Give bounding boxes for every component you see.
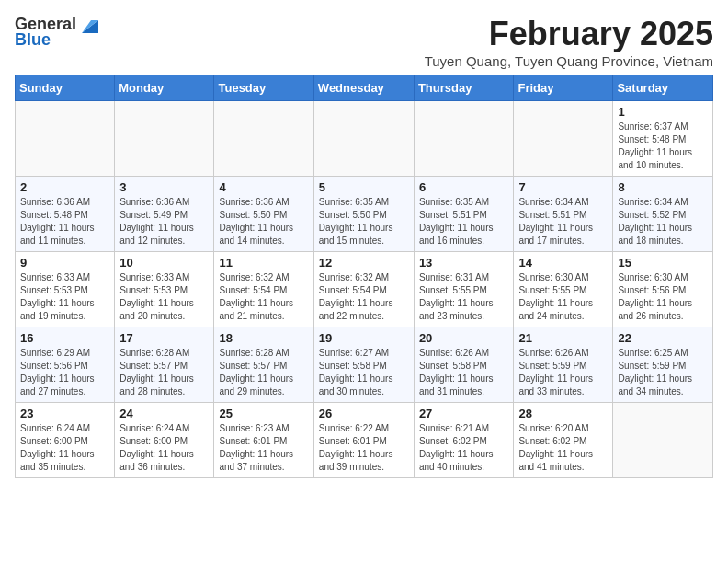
calendar-table: SundayMondayTuesdayWednesdayThursdayFrid… [15, 75, 713, 478]
logo-blue-text: Blue [15, 30, 51, 50]
calendar-cell: 11Sunrise: 6:32 AM Sunset: 5:54 PM Dayli… [214, 252, 313, 327]
day-number: 15 [618, 256, 708, 270]
day-number: 18 [219, 331, 308, 345]
calendar-cell: 27Sunrise: 6:21 AM Sunset: 6:02 PM Dayli… [414, 403, 514, 478]
day-detail: Sunrise: 6:29 AM Sunset: 5:56 PM Dayligh… [20, 347, 109, 398]
calendar-cell [514, 101, 613, 177]
calendar-cell: 20Sunrise: 6:26 AM Sunset: 5:58 PM Dayli… [414, 327, 514, 403]
calendar-cell [613, 403, 713, 478]
day-number: 25 [219, 407, 308, 420]
calendar-cell: 10Sunrise: 6:33 AM Sunset: 5:53 PM Dayli… [115, 252, 214, 327]
day-number: 4 [219, 180, 308, 194]
day-detail: Sunrise: 6:36 AM Sunset: 5:49 PM Dayligh… [119, 196, 209, 247]
day-detail: Sunrise: 6:35 AM Sunset: 5:51 PM Dayligh… [419, 196, 509, 247]
day-detail: Sunrise: 6:36 AM Sunset: 5:48 PM Dayligh… [20, 196, 109, 247]
weekday-header-monday: Monday [115, 75, 214, 101]
day-detail: Sunrise: 6:32 AM Sunset: 5:54 PM Dayligh… [219, 271, 308, 323]
day-number: 22 [618, 331, 708, 345]
day-number: 10 [119, 256, 209, 270]
day-number: 23 [20, 407, 109, 420]
day-detail: Sunrise: 6:32 AM Sunset: 5:54 PM Dayligh… [319, 271, 409, 323]
day-detail: Sunrise: 6:35 AM Sunset: 5:50 PM Dayligh… [319, 196, 409, 247]
day-detail: Sunrise: 6:30 AM Sunset: 5:56 PM Dayligh… [618, 271, 708, 323]
day-detail: Sunrise: 6:36 AM Sunset: 5:50 PM Dayligh… [219, 196, 308, 247]
day-detail: Sunrise: 6:24 AM Sunset: 6:00 PM Dayligh… [20, 422, 109, 474]
day-number: 7 [518, 180, 608, 194]
calendar-cell: 3Sunrise: 6:36 AM Sunset: 5:49 PM Daylig… [115, 177, 214, 252]
day-detail: Sunrise: 6:33 AM Sunset: 5:53 PM Dayligh… [20, 271, 109, 323]
day-detail: Sunrise: 6:24 AM Sunset: 6:00 PM Dayligh… [119, 422, 209, 474]
weekday-header-thursday: Thursday [414, 75, 514, 101]
day-number: 12 [319, 256, 409, 270]
logo-icon [78, 17, 98, 33]
calendar-cell [414, 101, 514, 177]
day-detail: Sunrise: 6:34 AM Sunset: 5:52 PM Dayligh… [618, 196, 708, 247]
calendar-cell [115, 101, 214, 177]
calendar-cell: 8Sunrise: 6:34 AM Sunset: 5:52 PM Daylig… [613, 177, 713, 252]
calendar-cell: 23Sunrise: 6:24 AM Sunset: 6:00 PM Dayli… [16, 403, 115, 478]
day-number: 16 [20, 331, 109, 345]
day-number: 20 [419, 331, 509, 345]
day-number: 28 [518, 407, 608, 420]
day-detail: Sunrise: 6:21 AM Sunset: 6:02 PM Dayligh… [419, 422, 509, 474]
calendar-cell: 18Sunrise: 6:28 AM Sunset: 5:57 PM Dayli… [214, 327, 313, 403]
day-detail: Sunrise: 6:23 AM Sunset: 6:01 PM Dayligh… [219, 422, 308, 474]
calendar-cell: 28Sunrise: 6:20 AM Sunset: 6:02 PM Dayli… [514, 403, 613, 478]
day-detail: Sunrise: 6:20 AM Sunset: 6:02 PM Dayligh… [518, 422, 608, 474]
day-detail: Sunrise: 6:34 AM Sunset: 5:51 PM Dayligh… [518, 196, 608, 247]
day-number: 17 [119, 331, 209, 345]
day-number: 1 [618, 105, 708, 119]
day-number: 5 [319, 180, 409, 194]
day-number: 2 [20, 180, 109, 194]
day-detail: Sunrise: 6:31 AM Sunset: 5:55 PM Dayligh… [419, 271, 509, 323]
day-detail: Sunrise: 6:25 AM Sunset: 5:59 PM Dayligh… [618, 347, 708, 398]
day-number: 21 [518, 331, 608, 345]
weekday-header-saturday: Saturday [613, 75, 713, 101]
day-detail: Sunrise: 6:30 AM Sunset: 5:55 PM Dayligh… [518, 271, 608, 323]
location-title: Tuyen Quang, Tuyen Quang Province, Vietn… [425, 53, 713, 69]
calendar-cell: 2Sunrise: 6:36 AM Sunset: 5:48 PM Daylig… [16, 177, 115, 252]
day-detail: Sunrise: 6:28 AM Sunset: 5:57 PM Dayligh… [219, 347, 308, 398]
calendar-cell: 21Sunrise: 6:26 AM Sunset: 5:59 PM Dayli… [514, 327, 613, 403]
day-number: 3 [119, 180, 209, 194]
day-number: 19 [319, 331, 409, 345]
calendar-week-5: 23Sunrise: 6:24 AM Sunset: 6:00 PM Dayli… [16, 403, 713, 478]
calendar-cell: 17Sunrise: 6:28 AM Sunset: 5:57 PM Dayli… [115, 327, 214, 403]
day-number: 9 [20, 256, 109, 270]
day-number: 6 [419, 180, 509, 194]
calendar-cell: 22Sunrise: 6:25 AM Sunset: 5:59 PM Dayli… [613, 327, 713, 403]
day-detail: Sunrise: 6:26 AM Sunset: 5:59 PM Dayligh… [518, 347, 608, 398]
day-number: 27 [419, 407, 509, 420]
day-detail: Sunrise: 6:26 AM Sunset: 5:58 PM Dayligh… [419, 347, 509, 398]
weekday-header-tuesday: Tuesday [214, 75, 313, 101]
calendar-cell: 24Sunrise: 6:24 AM Sunset: 6:00 PM Dayli… [115, 403, 214, 478]
month-title: February 2025 [425, 15, 713, 53]
day-number: 14 [518, 256, 608, 270]
calendar-cell: 26Sunrise: 6:22 AM Sunset: 6:01 PM Dayli… [313, 403, 414, 478]
day-number: 11 [219, 256, 308, 270]
day-detail: Sunrise: 6:22 AM Sunset: 6:01 PM Dayligh… [319, 422, 409, 474]
calendar-cell: 9Sunrise: 6:33 AM Sunset: 5:53 PM Daylig… [16, 252, 115, 327]
calendar-body: 1Sunrise: 6:37 AM Sunset: 5:48 PM Daylig… [16, 101, 713, 478]
page-header: General Blue February 2025 Tuyen Quang, … [15, 15, 713, 69]
calendar-cell [214, 101, 313, 177]
day-number: 13 [419, 256, 509, 270]
calendar-cell: 25Sunrise: 6:23 AM Sunset: 6:01 PM Dayli… [214, 403, 313, 478]
calendar-cell: 12Sunrise: 6:32 AM Sunset: 5:54 PM Dayli… [313, 252, 414, 327]
weekday-header-sunday: Sunday [16, 75, 115, 101]
calendar-cell: 7Sunrise: 6:34 AM Sunset: 5:51 PM Daylig… [514, 177, 613, 252]
day-detail: Sunrise: 6:27 AM Sunset: 5:58 PM Dayligh… [319, 347, 409, 398]
calendar-cell: 13Sunrise: 6:31 AM Sunset: 5:55 PM Dayli… [414, 252, 514, 327]
day-detail: Sunrise: 6:37 AM Sunset: 5:48 PM Dayligh… [618, 121, 708, 172]
calendar-cell: 19Sunrise: 6:27 AM Sunset: 5:58 PM Dayli… [313, 327, 414, 403]
calendar-header-row: SundayMondayTuesdayWednesdayThursdayFrid… [16, 75, 713, 101]
calendar-week-1: 1Sunrise: 6:37 AM Sunset: 5:48 PM Daylig… [16, 101, 713, 177]
calendar-cell: 5Sunrise: 6:35 AM Sunset: 5:50 PM Daylig… [313, 177, 414, 252]
logo: General Blue [15, 15, 98, 50]
day-number: 24 [119, 407, 209, 420]
calendar-week-4: 16Sunrise: 6:29 AM Sunset: 5:56 PM Dayli… [16, 327, 713, 403]
day-number: 26 [319, 407, 409, 420]
day-number: 8 [618, 180, 708, 194]
weekday-header-friday: Friday [514, 75, 613, 101]
calendar-cell: 15Sunrise: 6:30 AM Sunset: 5:56 PM Dayli… [613, 252, 713, 327]
